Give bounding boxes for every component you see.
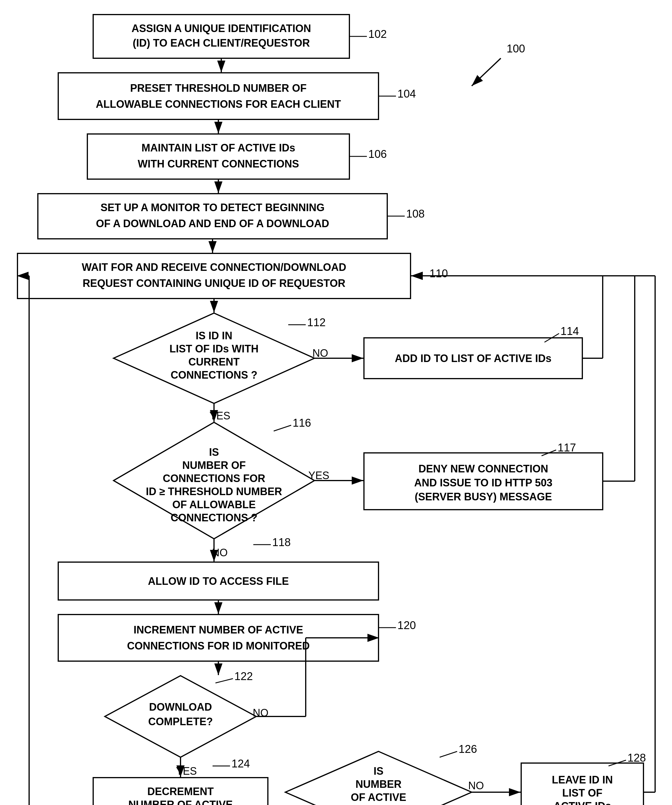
- node-108: [38, 194, 387, 239]
- node-124-label2: NUMBER OF ACTIVE: [128, 798, 233, 805]
- yes-label-112: YES: [209, 410, 230, 422]
- node-116-label5: OF ALLOWABLE: [172, 499, 256, 511]
- ref-118: 118: [272, 536, 290, 549]
- flowchart-diagram: ASSIGN A UNIQUE IDENTIFICATION (ID) TO E…: [0, 0, 672, 805]
- node-114-label: ADD ID TO LIST OF ACTIVE IDs: [395, 352, 551, 364]
- node-117-label3: (SERVER BUSY) MESSAGE: [415, 491, 552, 503]
- node-116-label2: NUMBER OF: [182, 459, 246, 471]
- ref-114: 114: [561, 325, 579, 337]
- node-116-label1: IS: [209, 446, 219, 458]
- node-122-label2: COMPLETE?: [148, 716, 213, 728]
- node-108-label2: OF A DOWNLOAD AND END OF A DOWNLOAD: [96, 218, 329, 230]
- ref-116: 116: [293, 417, 311, 429]
- node-118-label: ALLOW ID TO ACCESS FILE: [148, 575, 289, 587]
- node-110: [18, 253, 411, 299]
- ref-108: 108: [406, 208, 425, 220]
- node-120-label2: CONNECTIONS FOR ID MONITORED: [127, 640, 310, 652]
- node-116-label4: ID ≥ THRESHOLD NUMBER: [146, 486, 282, 498]
- node-110-label2: REQUEST CONTAINING UNIQUE ID OF REQUESTO…: [83, 277, 346, 289]
- node-102-label: ASSIGN A UNIQUE IDENTIFICATION: [132, 23, 311, 34]
- node-128-label3: ACTIVE IDs: [554, 800, 611, 805]
- ref-122: 122: [234, 670, 253, 682]
- ref-112: 112: [307, 316, 326, 329]
- ref-106: 106: [368, 148, 387, 160]
- node-128-label1: LEAVE ID IN: [552, 774, 613, 786]
- node-110-label1: WAIT FOR AND RECEIVE CONNECTION/DOWNLOAD: [82, 261, 346, 273]
- svg-line-15: [274, 425, 291, 431]
- node-126-label3: OF ACTIVE: [351, 791, 406, 803]
- ref-126: 126: [459, 743, 477, 755]
- node-124-label1: DECREMENT: [148, 785, 214, 797]
- node-102-label2: (ID) TO EACH CLIENT/REQUESTOR: [133, 37, 310, 49]
- node-117-label1: DENY NEW CONNECTION: [418, 463, 548, 475]
- node-104: [58, 73, 379, 120]
- node-112-label1: IS ID IN: [196, 330, 232, 342]
- svg-line-48: [472, 58, 501, 86]
- yes-label-122: YES: [176, 765, 197, 777]
- node-104-label1: PRESET THRESHOLD NUMBER OF: [130, 82, 306, 94]
- ref-124: 124: [231, 757, 250, 770]
- node-117-label2: AND ISSUE TO ID HTTP 503: [414, 477, 552, 489]
- node-116-label3: CONNECTIONS FOR: [163, 472, 265, 484]
- node-106-label2: WITH CURRENT CONNECTIONS: [138, 158, 299, 170]
- node-104-label2: ALLOWABLE CONNECTIONS FOR EACH CLIENT: [96, 98, 341, 110]
- node-112-label2: LIST OF IDs WITH: [169, 343, 259, 355]
- no-label-112: NO: [312, 347, 328, 359]
- node-112-label3: CURRENT: [188, 356, 239, 368]
- node-126-label2: NUMBER: [356, 778, 402, 790]
- node-108-label1: SET UP A MONITOR TO DETECT BEGINNING: [100, 202, 325, 214]
- node-106: [87, 134, 349, 179]
- node-102: [93, 15, 349, 58]
- ref-100: 100: [506, 43, 525, 55]
- node-126-label1: IS: [374, 765, 384, 777]
- svg-line-36: [440, 751, 457, 757]
- ref-102: 102: [368, 28, 387, 40]
- ref-104: 104: [397, 88, 416, 100]
- ref-110: 110: [429, 267, 448, 279]
- yes-label-116: YES: [308, 470, 329, 481]
- node-116-label6: CONNECTIONS ?: [170, 512, 257, 524]
- node-106-label1: MAINTAIN LIST OF ACTIVE IDs: [141, 142, 295, 154]
- node-120-label1: INCREMENT NUMBER OF ACTIVE: [134, 624, 303, 636]
- ref-117: 117: [557, 442, 576, 454]
- ref-120: 120: [397, 619, 416, 631]
- node-128-label2: LIST OF: [562, 787, 602, 799]
- no-label-126: NO: [468, 780, 484, 792]
- node-112-label4: CONNECTIONS ?: [170, 369, 257, 381]
- svg-line-29: [215, 678, 233, 683]
- ref-128: 128: [628, 752, 646, 764]
- node-122-label1: DOWNLOAD: [149, 701, 212, 713]
